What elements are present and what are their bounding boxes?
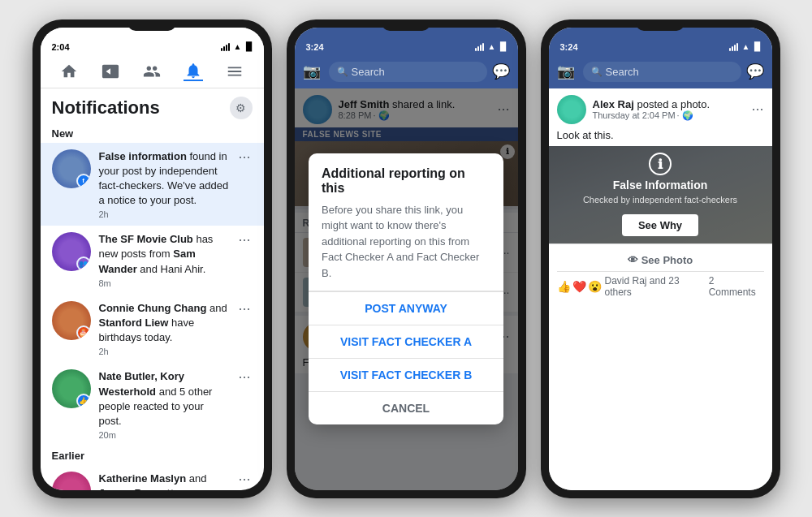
post-header-alex: Alex Raj posted a photo. Thursday at 2:0… — [549, 88, 772, 127]
notif-text-false-info: False information found in your post by … — [99, 149, 229, 209]
signal-icon-3 — [729, 43, 738, 51]
notifications-list: New f False information found in your po… — [41, 124, 264, 490]
notif-reactions[interactable]: 👍 Nate Butler, Kory Westerhold and 5 oth… — [41, 363, 264, 446]
search-bar-2[interactable]: 🔍 Search — [329, 62, 487, 82]
time-1: 2:04 — [52, 42, 70, 52]
phone-false-info: 3:24 ▲ ▉ 📷 🔍 Search 💬 — [541, 19, 780, 498]
nav-menu[interactable] — [225, 62, 244, 81]
fb-header-3: 📷 🔍 Search 💬 — [549, 55, 772, 88]
modal-btn-cancel[interactable]: CANCEL — [309, 391, 503, 424]
notif-false-info[interactable]: f False information found in your post b… — [41, 143, 264, 226]
notif-text-movie: The SF Movie Club has new posts from Sam… — [99, 232, 229, 277]
notif-time-movie: 8m — [99, 278, 229, 288]
avatar-false-info: f — [52, 149, 91, 188]
birthday-badge: 🎂 — [76, 325, 91, 340]
notif-birthday[interactable]: 🎂 Connie Chung Chang and Stanford Liew h… — [41, 295, 264, 364]
post-more-alex[interactable]: ··· — [751, 101, 763, 118]
notif-more-birthday[interactable]: ··· — [236, 301, 252, 316]
notif-content-false-info: False information found in your post by … — [99, 149, 229, 220]
post-name-alex: Alex Raj posted a photo. — [593, 98, 745, 110]
messenger-icon-2[interactable]: 💬 — [492, 62, 510, 80]
signal-icon-2 — [475, 43, 484, 51]
camera-icon-3[interactable]: 📷 — [557, 62, 575, 80]
search-icon-3: 🔍 — [591, 67, 603, 77]
notif-more-react[interactable]: ··· — [236, 369, 252, 384]
notif-movie-club[interactable]: 👥 The SF Movie Club has new posts from S… — [41, 226, 264, 295]
notif-time-false-info: 2h — [99, 209, 229, 219]
time-2: 3:24 — [306, 42, 324, 52]
comment-count: 2 Comments — [709, 275, 764, 298]
avatar-birthday: 🎂 — [52, 301, 91, 340]
reactions-left: 👍 ❤️ 😮 David Raj and 23 others — [557, 275, 709, 298]
avatar-react: 👍 — [52, 369, 91, 408]
avatar-comment: 💬 — [52, 472, 91, 489]
post-text-alex: Look at this. — [549, 127, 772, 146]
search-placeholder-2: Search — [352, 66, 385, 78]
notif-comment[interactable]: 💬 Katherine Maslyn and James Bennett com… — [41, 465, 264, 489]
notif-content-movie: The SF Movie Club has new posts from Sam… — [99, 232, 229, 288]
nav-notifications[interactable] — [184, 62, 203, 81]
status-icons-3: ▲ ▉ — [729, 42, 761, 51]
heart-icon: ❤️ — [572, 280, 586, 293]
react-badge: 👍 — [76, 394, 91, 408]
feed-post-alex: Alex Raj posted a photo. Thursday at 2:0… — [549, 88, 772, 490]
phone-notifications: 2:04 ▲ ▉ — [32, 19, 272, 498]
signal-icon-1 — [221, 43, 230, 51]
wifi-icon-2: ▲ — [488, 42, 496, 51]
battery-icon-1: ▉ — [246, 42, 253, 51]
see-why-button[interactable]: See Why — [622, 214, 698, 236]
search-bar-3[interactable]: 🔍 Search — [583, 62, 741, 82]
status-bar-3: 3:24 ▲ ▉ — [549, 28, 772, 55]
avatar-alex — [557, 95, 586, 124]
nav-friends[interactable] — [142, 62, 162, 81]
movie-badge: 👥 — [76, 256, 91, 271]
nav-home[interactable] — [59, 62, 79, 81]
modal-box: Additional reporting on this Before you … — [309, 153, 503, 425]
search-icon-2: 🔍 — [337, 67, 348, 77]
see-photo-button[interactable]: 👁 See Photo — [557, 249, 764, 272]
post-action-alex: posted a photo. — [637, 98, 710, 110]
modal-overlay: Additional reporting on this Before you … — [295, 88, 518, 490]
notif-content-comment: Katherine Maslyn and James Bennett comme… — [99, 472, 229, 489]
nav-video[interactable] — [101, 62, 120, 81]
false-info-subtitle: Checked by independent fact-checkers — [567, 195, 754, 205]
false-info-overlay: ℹ False Information Checked by independe… — [549, 146, 772, 243]
like-icon: 👍 — [557, 280, 571, 293]
notif-more-false-info[interactable]: ··· — [236, 149, 252, 164]
notif-more-movie[interactable]: ··· — [236, 232, 252, 247]
see-photo-label: See Photo — [641, 254, 693, 266]
avatar-movie: 👥 — [52, 232, 91, 271]
camera-icon-2[interactable]: 📷 — [303, 62, 321, 80]
wifi-icon-1: ▲ — [234, 42, 242, 51]
nav-bar — [41, 55, 264, 88]
status-icons-1: ▲ ▉ — [221, 42, 253, 51]
settings-icon[interactable]: ⚙ — [230, 97, 253, 119]
notif-time-birthday: 2h — [99, 347, 229, 356]
notif-time-react: 20m — [99, 430, 229, 440]
fb-badge: f — [76, 174, 91, 188]
false-info-title: False Information — [613, 179, 708, 192]
modal-btn-fact-checker-b[interactable]: VISIT FACT CHECKER B — [309, 358, 503, 391]
notif-content-birthday: Connie Chung Chang and Stanford Liew hav… — [99, 301, 229, 357]
status-bar-1: 2:04 ▲ ▉ — [41, 28, 264, 55]
search-placeholder-3: Search — [606, 66, 639, 78]
time-3: 3:24 — [560, 42, 578, 52]
phone-notch-1 — [127, 19, 176, 31]
modal-btn-post-anyway[interactable]: POST ANYWAY — [309, 291, 503, 325]
post-time-alex: Thursday at 2:04 PM · 🌍 — [593, 110, 745, 121]
post-meta-alex: Alex Raj posted a photo. Thursday at 2:0… — [593, 98, 745, 121]
modal-btn-fact-checker-a[interactable]: VISIT FACT CHECKER A — [309, 325, 503, 358]
reaction-icons: 👍 ❤️ 😮 — [557, 280, 602, 293]
battery-icon-3: ▉ — [754, 42, 761, 51]
notif-more-comment[interactable]: ··· — [236, 472, 252, 486]
post-image-alex: ℹ False Information Checked by independe… — [549, 146, 772, 243]
phone-notch-2 — [382, 19, 430, 31]
eye-icon: 👁 — [628, 254, 638, 266]
phone-feed-modal: 3:24 ▲ ▉ 📷 🔍 Search 💬 — [287, 19, 526, 498]
section-earlier: Earlier — [41, 446, 264, 465]
messenger-icon-3[interactable]: 💬 — [746, 62, 764, 80]
phone-notch-3 — [636, 19, 685, 31]
modal-title: Additional reporting on this — [309, 153, 503, 202]
post-reactions-alex: 👁 See Photo 👍 ❤️ 😮 David Raj and 23 othe… — [549, 243, 772, 303]
notif-text-birthday: Connie Chung Chang and Stanford Liew hav… — [99, 301, 229, 346]
